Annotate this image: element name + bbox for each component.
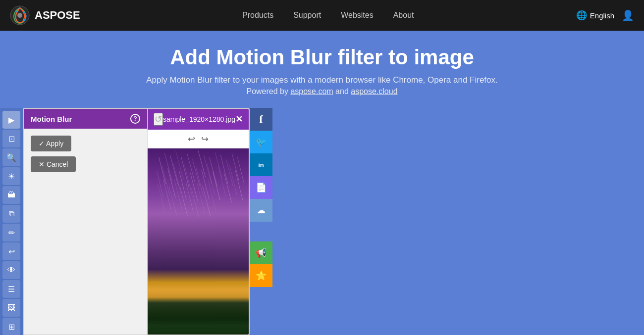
aspose-cloud-link[interactable]: aspose.cloud	[351, 87, 397, 96]
filter-header: Motion Blur ?	[24, 109, 147, 129]
svg-line-37	[186, 182, 193, 211]
svg-line-27	[213, 172, 220, 200]
tool-layers[interactable]: ⧉	[2, 205, 20, 223]
svg-line-19	[168, 168, 175, 198]
powered-prefix: Powered by	[246, 87, 290, 96]
tool-brightness[interactable]: ☀	[2, 167, 20, 185]
user-account-icon[interactable]: 👤	[622, 9, 634, 21]
svg-line-34	[169, 186, 176, 215]
svg-line-38	[191, 189, 199, 217]
svg-line-40	[203, 186, 210, 216]
svg-line-32	[158, 184, 165, 213]
svg-line-41	[208, 180, 215, 211]
svg-line-5	[176, 150, 184, 179]
svg-line-10	[204, 155, 212, 184]
image-close-button[interactable]: ✕	[235, 114, 243, 125]
brand-name: ASPOSE	[35, 9, 80, 22]
svg-line-30	[229, 165, 237, 195]
linkedin-icon: in	[258, 161, 264, 169]
powered-and: and	[333, 87, 351, 96]
nav-item-websites[interactable]: Websites	[341, 11, 374, 20]
svg-line-9	[198, 150, 206, 177]
file-share-button[interactable]: 📄	[250, 176, 272, 199]
left-toolbar: ▶ ⊡ 🔍 ☀ 🏔 ⧉ ✏ ↩ 👁 ☰ 🖼 ⊞ ⚙ ⛰ ✦ 👤	[0, 108, 23, 335]
svg-line-36	[180, 188, 188, 216]
svg-line-12	[215, 152, 222, 179]
brand-logo[interactable]: ASPOSE	[10, 5, 80, 25]
tool-grid[interactable]: ⊞	[2, 318, 20, 335]
svg-line-7	[187, 153, 195, 182]
redo-nav-button[interactable]: ↪	[201, 134, 209, 144]
svg-line-39	[197, 183, 205, 213]
svg-line-2	[159, 157, 166, 184]
main-nav: Products Support Websites About	[242, 11, 414, 20]
svg-line-13	[220, 155, 228, 184]
svg-line-26	[207, 164, 215, 195]
svg-line-15	[232, 153, 239, 182]
aspose-logo-icon	[10, 5, 30, 25]
filter-actions: ✓ Apply ✕ Cancel	[24, 129, 147, 179]
hero-title: Add Motion Blur filter to image	[10, 46, 634, 69]
svg-line-24	[196, 167, 203, 197]
svg-line-29	[224, 173, 231, 202]
svg-point-1	[17, 13, 22, 18]
facebook-icon: f	[259, 113, 263, 126]
svg-line-3	[164, 153, 172, 182]
tool-landscape[interactable]: 🏔	[2, 186, 20, 204]
image-canvas	[148, 148, 249, 335]
tool-gallery[interactable]: 🖼	[2, 299, 20, 317]
image-water-overlay	[148, 295, 249, 335]
cloud-share-button[interactable]: ☁	[250, 199, 272, 222]
svg-line-14	[226, 159, 233, 186]
svg-line-8	[193, 159, 200, 186]
filter-panel: Motion Blur ? ✓ Apply ✕ Cancel	[24, 109, 148, 335]
svg-line-25	[202, 170, 209, 199]
aspose-com-link[interactable]: aspose.com	[290, 87, 333, 96]
navbar-right: 🌐 English 👤	[576, 9, 634, 21]
undo-nav-button[interactable]: ↩	[188, 134, 195, 144]
hero-subtitle: Apply Motion Blur filter to your images …	[10, 75, 634, 85]
twitter-share-button[interactable]: 🐦	[250, 131, 272, 153]
file-share-icon: 📄	[256, 182, 267, 193]
tool-crop[interactable]: ⊡	[2, 130, 20, 147]
svg-line-23	[190, 173, 198, 200]
svg-line-11	[210, 157, 217, 186]
hero-section: Add Motion Blur filter to image Apply Mo…	[0, 31, 644, 108]
image-toolbar: ↺ sample_1920×1280.jpg ✕	[148, 109, 249, 130]
image-nav-toolbar: ↩ ↪	[148, 130, 249, 148]
tool-undo[interactable]: ↩	[2, 242, 20, 260]
svg-line-21	[179, 171, 186, 199]
svg-line-17	[157, 171, 163, 197]
tool-arrow-right[interactable]: ▶	[2, 111, 20, 129]
tool-eye[interactable]: 👁	[2, 261, 20, 279]
svg-line-33	[163, 180, 171, 210]
svg-line-4	[170, 155, 178, 186]
svg-line-35	[174, 180, 182, 210]
svg-line-31	[235, 170, 243, 201]
reset-view-icon[interactable]: ↺	[154, 113, 163, 126]
nav-item-about[interactable]: About	[393, 11, 414, 20]
star-button[interactable]: ⭐	[250, 264, 272, 287]
content-row: ▶ ⊡ 🔍 ☀ 🏔 ⧉ ✏ ↩ 👁 ☰ 🖼 ⊞ ⚙ ⛰ ✦ 👤 Motion B…	[0, 108, 644, 335]
cancel-button[interactable]: ✕ Cancel	[31, 156, 76, 172]
image-display	[148, 148, 249, 335]
nav-item-support[interactable]: Support	[293, 11, 321, 20]
language-selector[interactable]: 🌐 English	[576, 10, 614, 21]
image-viewer: ↺ sample_1920×1280.jpg ✕ ↩ ↪	[148, 109, 249, 335]
apply-button[interactable]: ✓ Apply	[31, 136, 71, 151]
facebook-share-button[interactable]: f	[250, 108, 272, 131]
filter-help-icon[interactable]: ?	[130, 114, 140, 124]
announce-button[interactable]: 📢	[250, 241, 272, 264]
linkedin-share-button[interactable]: in	[250, 153, 272, 176]
nav-item-products[interactable]: Products	[242, 11, 273, 20]
hero-powered: Powered by aspose.com and aspose.cloud	[10, 87, 634, 96]
tool-list[interactable]: ☰	[2, 280, 20, 298]
tool-zoom[interactable]: 🔍	[2, 148, 20, 166]
editor-wrapper: Motion Blur ? ✓ Apply ✕ Cancel ↺ sample_…	[23, 108, 250, 335]
right-social-bar: f 🐦 in 📄 ☁ 📢 ⭐	[250, 108, 272, 287]
announce-icon: 📢	[256, 247, 267, 258]
globe-icon: 🌐	[576, 10, 587, 21]
tool-draw[interactable]: ✏	[2, 224, 20, 241]
filter-title: Motion Blur	[31, 115, 72, 123]
twitter-icon: 🐦	[256, 137, 267, 147]
